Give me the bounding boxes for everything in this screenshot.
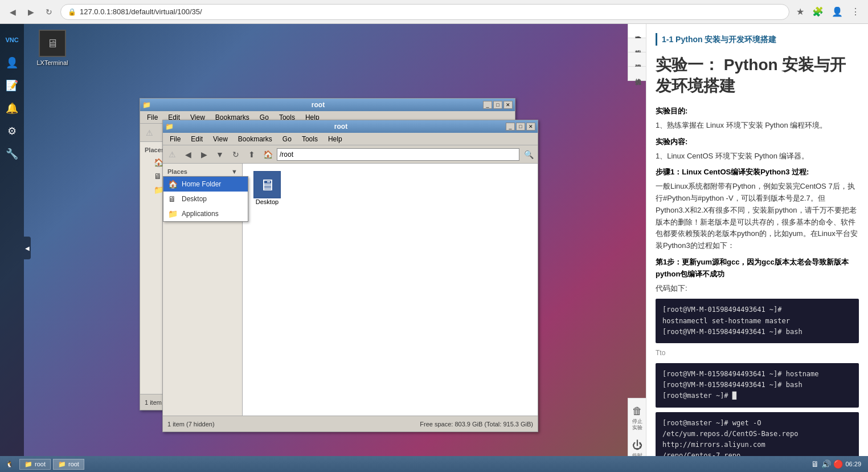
dropdown-desktop[interactable]: 🖥 Desktop bbox=[163, 192, 248, 206]
taskbar-display-icon[interactable]: 🖥 bbox=[811, 459, 819, 469]
trash-icon: 🗑 bbox=[632, 405, 642, 417]
window1-title-icon: 📁 bbox=[142, 101, 151, 109]
section-step1: 步骤1：Linux CentOS编译安装Python3 过程: 一般Linux系… bbox=[656, 166, 859, 252]
code-block-1: [root@VM-M-01598494493641 ~]# hostnamect… bbox=[656, 299, 859, 343]
section-content: 实验内容: 1、Linux CentOS 环境下安装 Python 编译器。 bbox=[656, 136, 859, 162]
extensions-button[interactable]: 🧩 bbox=[810, 4, 826, 19]
tool-icon[interactable]: 🔧 bbox=[2, 144, 22, 164]
section-goal-content: 1、熟练掌握在 Linux 环境下安装 Python 编程环境。 bbox=[656, 120, 859, 132]
taskbar-item2-label: root bbox=[68, 461, 79, 467]
desktop-file-label: Desktop bbox=[256, 198, 279, 205]
vnc-sidebar: VNC 👤 📝 🔔 ⚙ 🔧 ◀ bbox=[0, 24, 24, 472]
section-step1a: 第1步：更新yum源和gcc，因为gcc版本太老会导致新版本python包编译不… bbox=[656, 257, 859, 294]
window2-maximize[interactable]: □ bbox=[516, 123, 525, 131]
bookmarks-button[interactable]: ★ bbox=[794, 4, 806, 19]
taskbar-network-icon[interactable]: 🔴 bbox=[833, 459, 843, 469]
window2-warn[interactable]: ⚠ bbox=[165, 148, 179, 161]
taskbar-start[interactable]: 🐧 bbox=[2, 459, 17, 469]
window1-close[interactable]: ✕ bbox=[503, 101, 513, 109]
code-block-2-title: Tto bbox=[656, 348, 859, 359]
taskbar-clock: 🖥 🔊 🔴 06:29 bbox=[806, 459, 866, 469]
window2-menu-view[interactable]: View bbox=[208, 134, 232, 144]
menu-button[interactable]: ⋮ bbox=[849, 4, 862, 19]
window2-menu-file[interactable]: File bbox=[165, 134, 185, 144]
right-panel-tabs: 实验文稿 实验报告 实验笔记 切换虚机 bbox=[628, 24, 646, 81]
window1-desktop-icon: 🖥 bbox=[154, 172, 162, 181]
window1-back[interactable]: ⚠ bbox=[142, 126, 156, 140]
lxterminal-icon[interactable]: 🖥 LXTerminal bbox=[30, 30, 75, 66]
window1-minimize[interactable]: _ bbox=[483, 101, 492, 109]
browser-toolbar: ★ 🧩 👤 ⋮ bbox=[794, 4, 862, 19]
desktop-file-item[interactable]: 🖥 Desktop bbox=[247, 168, 287, 208]
window2-close[interactable]: ✕ bbox=[526, 123, 535, 131]
window2-nav-home[interactable]: 🏠 bbox=[261, 148, 275, 161]
window1-title: root bbox=[312, 101, 325, 109]
stop-experiment-button[interactable]: 🗑 停止实验 bbox=[629, 403, 645, 433]
window2-places-header[interactable]: Places ▼ bbox=[163, 166, 242, 177]
taskbar: 🐧 📁 root 📁 root 🖥 🔊 🔴 06:29 bbox=[0, 456, 868, 472]
places-dropdown: 🏠 Home Folder 🖥 Desktop 📁 Applications bbox=[163, 176, 248, 222]
window2-titlebar[interactable]: 📁 root _ □ ✕ bbox=[163, 120, 538, 133]
browser-chrome: ◀ ▶ ↻ 🔒 127.0.0.1:8081/default/virtual/1… bbox=[0, 0, 868, 24]
window2-minimize[interactable]: _ bbox=[506, 123, 515, 131]
taskbar-item-file1[interactable]: 📁 root bbox=[19, 459, 51, 470]
taskbar-item-file2[interactable]: 📁 root bbox=[53, 459, 84, 470]
right-panel: 1-1 Python 安装与开发环境搭建 实验一： Python 安装与开发环境… bbox=[646, 24, 868, 472]
dropdown-home-label: Home Folder bbox=[182, 180, 221, 188]
vnc-icon[interactable]: VNC bbox=[2, 30, 22, 50]
tab-switch-vm[interactable]: 切换虚机 bbox=[628, 67, 646, 81]
window2-toolbar: ⚠ ◀ ▶ ▼ ↻ ⬆ 🏠 /root 🔍 bbox=[163, 145, 538, 164]
bell-icon[interactable]: 🔔 bbox=[2, 98, 22, 119]
profile-button[interactable]: 👤 bbox=[829, 4, 845, 19]
refresh-button[interactable]: ↻ bbox=[42, 5, 56, 19]
taskbar-item1-label: root bbox=[35, 461, 46, 467]
note-icon[interactable]: 📝 bbox=[2, 75, 22, 96]
window2-sidebar: Places ▼ 🏠 Home Folder 🖥 Desktop 📁 bbox=[163, 164, 243, 416]
window2-menu-bookmarks[interactable]: Bookmarks bbox=[234, 134, 277, 144]
dropdown-home-icon: 🏠 bbox=[168, 180, 178, 189]
window2-nav-down[interactable]: ▼ bbox=[213, 148, 227, 161]
window2-address[interactable]: /root bbox=[277, 148, 519, 161]
window2-menu-help[interactable]: Help bbox=[324, 134, 347, 144]
window2-nav-up[interactable]: ⬆ bbox=[245, 148, 259, 161]
dropdown-home-folder[interactable]: 🏠 Home Folder bbox=[163, 177, 248, 192]
address-bar[interactable]: 🔒 127.0.0.1:8081/default/virtual/100/35/ bbox=[60, 4, 789, 20]
section-goal: 实验目的: 1、熟练掌握在 Linux 环境下安装 Python 编程环境。 bbox=[656, 105, 859, 132]
taskbar-item1-icon: 📁 bbox=[24, 461, 32, 468]
tab-experiment-doc[interactable]: 实验文稿 bbox=[628, 24, 646, 38]
taskbar-tray: 🖥 🔊 🔴 06:29 bbox=[811, 459, 861, 469]
section-content-title: 实验内容: bbox=[656, 136, 859, 148]
right-panel-section-title: 1-1 Python 安装与开发环境搭建 bbox=[656, 33, 859, 46]
window1-maximize[interactable]: □ bbox=[493, 101, 502, 109]
gear-icon[interactable]: ⚙ bbox=[2, 121, 22, 141]
power-icon: ⏻ bbox=[632, 440, 642, 451]
dropdown-desktop-icon: 🖥 bbox=[168, 194, 176, 204]
section-step1-content: 一般Linux系统都附带有Python，例如安装完CentOS 7后，执行#Py… bbox=[656, 181, 859, 252]
url-text: 127.0.0.1:8081/default/virtual/100/35/ bbox=[80, 7, 202, 16]
dropdown-apps-icon: 📁 bbox=[168, 209, 178, 218]
file-manager-window-2: 📁 root _ □ ✕ File Edit View Bookmarks Go… bbox=[162, 120, 538, 432]
tab-experiment-report[interactable]: 实验报告 bbox=[628, 38, 646, 52]
window2-nav-back[interactable]: ◀ bbox=[181, 148, 195, 161]
tab-experiment-notes[interactable]: 实验笔记 bbox=[628, 52, 646, 67]
forward-button[interactable]: ▶ bbox=[24, 5, 38, 19]
window2-nav-refresh[interactable]: ↻ bbox=[229, 148, 243, 161]
right-panel-heading: 实验一： Python 安装与开发环境搭建 bbox=[656, 55, 859, 96]
desktop-file-icon: 🖥 bbox=[253, 171, 281, 198]
taskbar-speaker-icon[interactable]: 🔊 bbox=[821, 459, 831, 469]
window2-menu-tools[interactable]: Tools bbox=[297, 134, 322, 144]
back-button[interactable]: ◀ bbox=[6, 5, 19, 19]
dropdown-applications[interactable]: 📁 Applications bbox=[163, 206, 248, 221]
window2-menu-go[interactable]: Go bbox=[278, 134, 296, 144]
stop-label: 停止实验 bbox=[632, 418, 642, 431]
window2-title-icon: 📁 bbox=[165, 123, 174, 131]
window2-content: Places ▼ 🏠 Home Folder 🖥 Desktop 📁 bbox=[163, 164, 538, 416]
window2-search[interactable]: 🔍 bbox=[522, 148, 535, 161]
person-icon[interactable]: 👤 bbox=[2, 52, 22, 73]
window2-nav-fwd[interactable]: ▶ bbox=[197, 148, 211, 161]
sidebar-toggle[interactable]: ◀ bbox=[24, 237, 31, 259]
window1-menu-file[interactable]: File bbox=[142, 112, 162, 123]
window1-titlebar[interactable]: 📁 root _ □ ✕ bbox=[140, 99, 515, 111]
window2-menu-edit[interactable]: Edit bbox=[186, 134, 207, 144]
lxterminal-icon-img: 🖥 bbox=[39, 30, 66, 57]
